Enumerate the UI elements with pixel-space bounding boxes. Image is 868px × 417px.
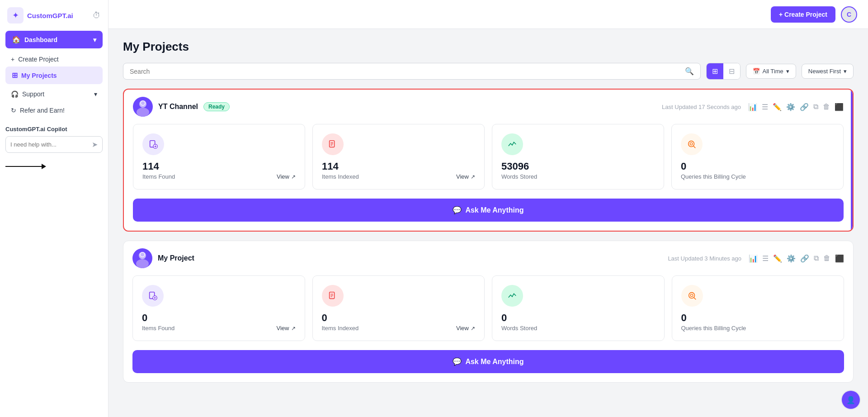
support-icon: 🎧 xyxy=(11,90,19,98)
stat-icon-1-1 xyxy=(322,285,344,307)
settings-icon[interactable]: ⚙️ xyxy=(787,254,796,263)
svg-point-20 xyxy=(141,253,144,256)
list-icon[interactable]: ☰ xyxy=(762,103,768,111)
sidebar-support[interactable]: 🎧 Support ▾ xyxy=(0,86,108,102)
delete-icon[interactable]: 🗑 xyxy=(823,254,830,262)
main-content: + Create Project C My Projects 🔍 ⊞ ⊟ 📅 A… xyxy=(108,0,868,417)
sidebar-create-project[interactable]: + Create Project xyxy=(0,52,108,66)
archive-icon[interactable]: ⬛ xyxy=(835,103,844,111)
stat-number-1-3: 0 xyxy=(681,312,746,324)
create-project-label: Create Project xyxy=(18,56,58,63)
stat-card-0-0: 114Items FoundView ↗ xyxy=(133,124,305,190)
create-project-button[interactable]: + Create Project xyxy=(771,6,835,23)
stat-bottom-0-3: 0Queries this Billing Cycle xyxy=(681,161,834,180)
svg-point-3 xyxy=(137,108,149,117)
sidebar: ✦ CustomGPT.ai ⏱ 🏠 Dashboard ▾ + Create … xyxy=(0,0,108,417)
grid-view-button[interactable]: ⊟ xyxy=(723,63,740,79)
stat-view-link-1-1[interactable]: View ↗ xyxy=(456,325,475,332)
chart-icon[interactable]: 📊 xyxy=(749,254,758,263)
arrow-head xyxy=(42,164,46,169)
logo-icon: ✦ xyxy=(7,7,24,24)
external-link-icon: ↗ xyxy=(471,174,475,180)
stat-label-0-3: Queries this Billing Cycle xyxy=(681,173,746,180)
stat-content-0-2: 53096Words Stored xyxy=(501,161,537,180)
copy-icon[interactable]: ⧉ xyxy=(814,254,819,262)
stat-bottom-1-0: 0Items FoundView ↗ xyxy=(142,312,296,332)
archive-icon[interactable]: ⬛ xyxy=(835,254,844,263)
delete-icon[interactable]: 🗑 xyxy=(823,103,830,111)
svg-point-29 xyxy=(689,293,694,299)
user-avatar[interactable]: C xyxy=(841,6,857,23)
card-scroll-bar xyxy=(851,90,853,231)
stat-icon-1-0 xyxy=(142,285,164,307)
last-updated-0: Last Updated 17 Seconds ago xyxy=(662,104,741,110)
search-wrap[interactable]: 🔍 xyxy=(123,63,701,80)
stat-card-1-0: 0Items FoundView ↗ xyxy=(132,275,305,341)
project-avatar-1 xyxy=(132,248,152,268)
edit-icon[interactable]: ✏️ xyxy=(773,254,782,263)
svg-line-15 xyxy=(693,146,695,148)
my-projects-label: My Projects xyxy=(21,72,57,79)
copilot-label: CustomGPT.ai Copilot xyxy=(5,126,103,133)
projects-container: YT ChannelReadyLast Updated 17 Seconds a… xyxy=(123,89,854,383)
stat-bottom-0-1: 114Items IndexedView ↗ xyxy=(322,161,475,180)
stat-card-0-1: 114Items IndexedView ↗ xyxy=(312,124,485,190)
ask-anything-button-0[interactable]: 💬 Ask Me Anything xyxy=(133,199,844,222)
ask-anything-button-1[interactable]: 💬 Ask Me Anything xyxy=(132,350,844,373)
search-input[interactable] xyxy=(130,68,681,75)
project-name-1: My Project xyxy=(158,254,194,262)
edit-icon[interactable]: ✏️ xyxy=(773,103,782,111)
stat-number-1-0: 0 xyxy=(142,312,175,324)
send-icon[interactable]: ➤ xyxy=(92,140,98,149)
copy-icon[interactable]: ⧉ xyxy=(813,103,818,111)
dashboard-button[interactable]: 🏠 Dashboard ▾ xyxy=(5,31,103,48)
stat-number-1-1: 0 xyxy=(322,312,359,324)
chat-icon: 💬 xyxy=(453,206,462,214)
stat-content-0-3: 0Queries this Billing Cycle xyxy=(681,161,746,180)
svg-point-5 xyxy=(141,101,145,105)
svg-point-31 xyxy=(690,294,693,297)
stat-icon-1-2 xyxy=(501,285,523,307)
bottom-user-avatar[interactable]: 👤 xyxy=(841,390,861,410)
stat-content-1-2: 0Words Stored xyxy=(501,312,537,332)
project-name-0: YT Channel xyxy=(158,103,198,111)
action-icons-1: 📊☰✏️⚙️🔗⧉🗑⬛ xyxy=(749,254,844,263)
stat-label-0-0: Items Found xyxy=(142,173,175,180)
stat-icon-1-3 xyxy=(681,285,703,307)
project-header-right-0: Last Updated 17 Seconds ago📊☰✏️⚙️🔗⧉🗑⬛ xyxy=(662,103,844,111)
stat-view-link-1-0[interactable]: View ↗ xyxy=(277,325,296,332)
stat-view-link-0-1[interactable]: View ↗ xyxy=(456,173,475,180)
clock-icon[interactable]: ⏱ xyxy=(93,11,101,20)
view-toggle: ⊞ ⊟ xyxy=(706,63,741,80)
settings-icon[interactable]: ⚙️ xyxy=(786,103,795,111)
list-icon[interactable]: ☰ xyxy=(762,254,769,263)
sidebar-refer[interactable]: ↻ Refer and Earn! xyxy=(0,102,108,118)
sidebar-logo: ✦ CustomGPT.ai ⏱ xyxy=(0,7,108,31)
dashboard-label: Dashboard xyxy=(24,36,57,43)
search-filter-row: 🔍 ⊞ ⊟ 📅 All Time ▾ Newest First ▾ xyxy=(123,63,854,80)
stat-bottom-1-2: 0Words Stored xyxy=(501,312,655,332)
stat-content-1-1: 0Items Indexed xyxy=(322,312,359,332)
chart-icon[interactable]: 📊 xyxy=(748,103,757,111)
time-chevron-icon: ▾ xyxy=(786,68,789,75)
sort-filter-dropdown[interactable]: Newest First ▾ xyxy=(802,64,854,79)
stat-view-link-0-0[interactable]: View ↗ xyxy=(277,173,296,180)
copilot-input[interactable] xyxy=(10,141,92,148)
bottom-avatar-inner: 👤 xyxy=(842,391,860,409)
stat-label-0-2: Words Stored xyxy=(501,173,537,180)
sidebar-my-projects[interactable]: ⊞ My Projects xyxy=(5,66,103,84)
logo-text: CustomGPT.ai xyxy=(27,12,73,19)
project-card-1: My ProjectLast Updated 3 Minutes ago📊☰✏️… xyxy=(123,241,854,383)
project-header-1: My ProjectLast Updated 3 Minutes ago📊☰✏️… xyxy=(123,241,853,275)
action-icons-0: 📊☰✏️⚙️🔗⧉🗑⬛ xyxy=(748,103,844,111)
copilot-input-wrap[interactable]: ➤ xyxy=(5,136,103,153)
external-link-icon: ↗ xyxy=(471,325,475,332)
link-icon[interactable]: 🔗 xyxy=(800,254,809,263)
stats-row-1: 0Items FoundView ↗0Items IndexedView ↗0W… xyxy=(123,275,853,350)
support-chevron-icon: ▾ xyxy=(94,90,97,98)
list-view-button[interactable]: ⊞ xyxy=(707,63,723,79)
page-content: My Projects 🔍 ⊞ ⊟ 📅 All Time ▾ Newest Fi… xyxy=(108,29,868,417)
time-filter-dropdown[interactable]: 📅 All Time ▾ xyxy=(746,64,796,79)
stat-content-0-1: 114Items Indexed xyxy=(322,161,359,180)
link-icon[interactable]: 🔗 xyxy=(800,103,809,111)
